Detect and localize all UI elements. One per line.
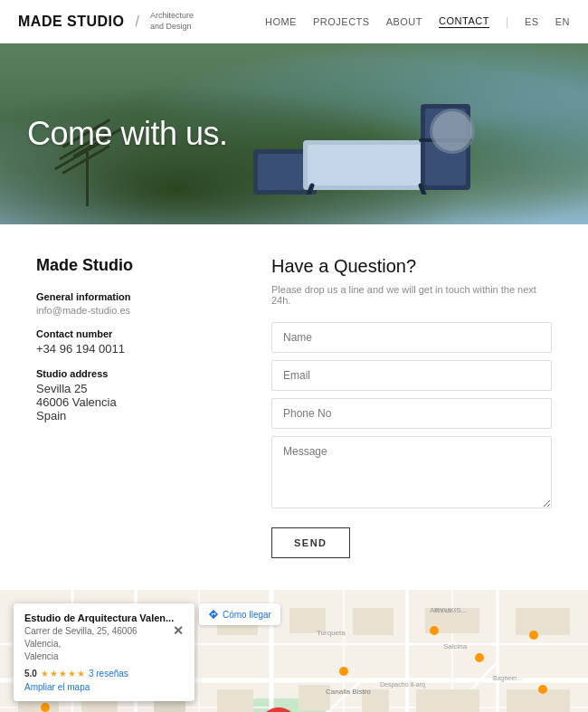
svg-text:Turqueta: Turqueta	[317, 629, 346, 637]
company-name: Made Studio	[36, 256, 235, 275]
address: Sevilla 25 46006 Valencia Spain	[36, 382, 235, 422]
expand-map-link[interactable]: Ampliar el mapa	[24, 682, 184, 692]
map-section: RYUKIS... Goya Gallery Canalla Bistro Hi…	[0, 590, 588, 712]
nav-about[interactable]: ABOUT	[386, 16, 422, 27]
message-input[interactable]	[271, 436, 552, 508]
nav-sep: |	[506, 15, 508, 28]
review-count[interactable]: 3 reseñas	[89, 669, 128, 679]
map-popup-address: Carrer de Sevilla, 25, 46006 Valencia,Va…	[24, 625, 184, 663]
chair-decoration	[244, 50, 479, 197]
svg-point-10	[432, 111, 472, 151]
svg-text:Bagheer...: Bagheer...	[493, 675, 522, 682]
svg-rect-38	[353, 608, 394, 635]
svg-text:Salcina: Salcina	[443, 642, 468, 650]
svg-rect-48	[507, 689, 570, 712]
email-input[interactable]	[271, 360, 552, 391]
logo-subtitle: Architectureand Design	[150, 11, 194, 32]
rating-number: 5.0	[24, 669, 37, 679]
svg-rect-40	[516, 608, 570, 635]
logo-area: MADE STUDIO / Architectureand Design	[18, 11, 194, 32]
svg-rect-47	[416, 689, 479, 712]
send-button[interactable]: SEND	[271, 527, 350, 558]
site-header: MADE STUDIO / Architectureand Design HOM…	[0, 0, 588, 43]
svg-text:Despacho 8-arq: Despacho 8-arq	[380, 681, 425, 688]
contact-form-area: Have a Question? Please drop us a line a…	[271, 256, 552, 558]
hero-section: Come with us.	[0, 43, 588, 224]
svg-point-65	[430, 626, 439, 635]
nav-lang-en[interactable]: EN	[555, 16, 570, 27]
nav-contact[interactable]: CONTACT	[439, 15, 489, 28]
star-2: ★	[50, 669, 58, 679]
nav-home[interactable]: HOME	[265, 16, 297, 27]
directions-button[interactable]: Cómo llegar	[199, 603, 280, 625]
phone-input[interactable]	[271, 398, 552, 429]
logo-text: MADE STUDIO	[18, 14, 125, 30]
svg-point-66	[475, 653, 484, 662]
address-label: Studio address	[36, 368, 235, 379]
map-popup: Estudio de Arquitectura Valen... ✕ Carre…	[14, 603, 194, 701]
name-input[interactable]	[271, 322, 552, 353]
nav-projects[interactable]: PROJECTS	[313, 16, 370, 27]
star-rating: ★ ★ ★ ★ ★	[41, 669, 85, 679]
star-5: ★	[77, 669, 85, 679]
svg-point-67	[529, 631, 538, 640]
star-3: ★	[59, 669, 67, 679]
svg-point-64	[339, 667, 348, 676]
form-title: Have a Question?	[271, 256, 552, 277]
logo-divider: /	[136, 14, 139, 30]
svg-point-70	[41, 703, 50, 712]
general-info-email: info@made-studio.es	[36, 305, 235, 316]
svg-text:Almiva: Almiva	[430, 606, 452, 614]
star-4: ★	[68, 669, 76, 679]
nav-lang-es[interactable]: ES	[525, 16, 539, 27]
map-popup-close[interactable]: ✕	[173, 623, 184, 638]
svg-rect-44	[217, 689, 253, 712]
main-nav: HOME PROJECTS ABOUT CONTACT | ES EN	[265, 15, 570, 28]
hero-text: Come with us.	[27, 115, 228, 153]
contact-number-label: Contact number	[36, 328, 235, 339]
form-subtitle: Please drop us a line and we will get in…	[271, 284, 552, 306]
svg-point-68	[538, 685, 547, 694]
svg-rect-3	[308, 145, 425, 185]
content-section: Made Studio General information info@mad…	[0, 224, 588, 590]
general-info-label: General information	[36, 291, 235, 302]
contact-info: Made Studio General information info@mad…	[36, 256, 235, 558]
star-1: ★	[41, 669, 49, 679]
contact-phone: +34 96 194 0011	[36, 342, 235, 356]
map-popup-title: Estudio de Arquitectura Valen... ✕	[24, 612, 184, 623]
map-popup-rating: 5.0 ★ ★ ★ ★ ★ 3 reseñas	[24, 669, 184, 679]
svg-text:Canalla Bistro: Canalla Bistro	[326, 688, 371, 696]
